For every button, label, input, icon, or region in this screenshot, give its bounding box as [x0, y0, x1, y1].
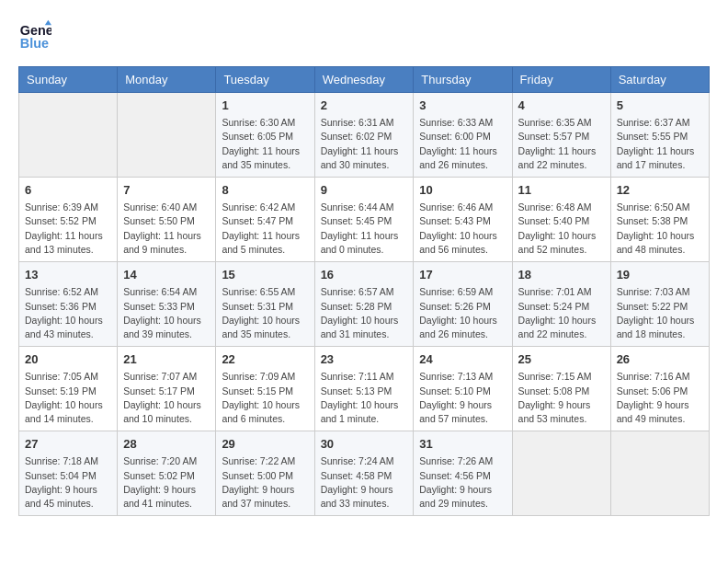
calendar-week-row: 20Sunrise: 7:05 AM Sunset: 5:19 PM Dayli… — [19, 347, 710, 431]
day-info: Sunrise: 6:59 AM Sunset: 5:26 PM Dayligh… — [419, 285, 506, 341]
day-info: Sunrise: 6:42 AM Sunset: 5:47 PM Dayligh… — [222, 201, 308, 257]
calendar-cell: 26Sunrise: 7:16 AM Sunset: 5:06 PM Dayli… — [610, 347, 709, 431]
day-info: Sunrise: 6:50 AM Sunset: 5:38 PM Dayligh… — [617, 201, 703, 257]
day-number: 18 — [518, 267, 605, 283]
day-info: Sunrise: 7:05 AM Sunset: 5:19 PM Dayligh… — [25, 370, 111, 426]
day-number: 28 — [123, 436, 210, 453]
day-number: 29 — [222, 436, 308, 453]
calendar-cell: 31Sunrise: 7:26 AM Sunset: 4:56 PM Dayli… — [414, 431, 512, 516]
calendar-week-row: 6Sunrise: 6:39 AM Sunset: 5:52 PM Daylig… — [19, 178, 710, 262]
calendar-cell: 17Sunrise: 6:59 AM Sunset: 5:26 PM Dayli… — [414, 262, 512, 347]
calendar-week-row: 13Sunrise: 6:52 AM Sunset: 5:36 PM Dayli… — [19, 262, 710, 347]
day-number: 17 — [419, 267, 506, 283]
day-info: Sunrise: 7:13 AM Sunset: 5:10 PM Dayligh… — [419, 370, 506, 426]
page-header: General Blue — [18, 18, 710, 52]
calendar-cell: 22Sunrise: 7:09 AM Sunset: 5:15 PM Dayli… — [216, 347, 314, 431]
weekday-header-monday: Monday — [118, 67, 216, 93]
day-info: Sunrise: 7:26 AM Sunset: 4:56 PM Dayligh… — [419, 454, 506, 511]
day-info: Sunrise: 6:57 AM Sunset: 5:28 PM Dayligh… — [321, 285, 408, 341]
calendar-header: SundayMondayTuesdayWednesdayThursdayFrid… — [19, 67, 710, 93]
day-info: Sunrise: 6:30 AM Sunset: 6:05 PM Dayligh… — [222, 116, 308, 172]
day-info: Sunrise: 6:55 AM Sunset: 5:31 PM Dayligh… — [222, 285, 308, 341]
calendar-cell: 13Sunrise: 6:52 AM Sunset: 5:36 PM Dayli… — [19, 262, 118, 347]
day-number: 21 — [123, 351, 210, 368]
day-info: Sunrise: 7:03 AM Sunset: 5:22 PM Dayligh… — [617, 285, 703, 341]
day-info: Sunrise: 6:33 AM Sunset: 6:00 PM Dayligh… — [419, 116, 506, 172]
day-number: 12 — [617, 182, 703, 199]
calendar-cell: 20Sunrise: 7:05 AM Sunset: 5:19 PM Dayli… — [19, 347, 118, 431]
svg-text:Blue: Blue — [20, 36, 49, 51]
day-info: Sunrise: 7:24 AM Sunset: 4:58 PM Dayligh… — [321, 454, 408, 511]
day-number: 6 — [25, 182, 111, 199]
calendar-cell: 24Sunrise: 7:13 AM Sunset: 5:10 PM Dayli… — [414, 347, 512, 431]
calendar-cell: 15Sunrise: 6:55 AM Sunset: 5:31 PM Dayli… — [216, 262, 314, 347]
calendar-cell: 14Sunrise: 6:54 AM Sunset: 5:33 PM Dayli… — [118, 262, 216, 347]
calendar-cell — [19, 93, 118, 178]
calendar-cell: 19Sunrise: 7:03 AM Sunset: 5:22 PM Dayli… — [610, 262, 709, 347]
day-info: Sunrise: 6:35 AM Sunset: 5:57 PM Dayligh… — [518, 116, 605, 172]
calendar-cell: 2Sunrise: 6:31 AM Sunset: 6:02 PM Daylig… — [314, 93, 414, 178]
day-info: Sunrise: 6:48 AM Sunset: 5:40 PM Dayligh… — [518, 201, 605, 257]
calendar-body: 1Sunrise: 6:30 AM Sunset: 6:05 PM Daylig… — [19, 93, 710, 516]
day-info: Sunrise: 6:39 AM Sunset: 5:52 PM Dayligh… — [25, 201, 111, 257]
day-number: 20 — [25, 351, 111, 368]
day-info: Sunrise: 7:11 AM Sunset: 5:13 PM Dayligh… — [321, 370, 408, 426]
day-number: 4 — [518, 98, 605, 114]
day-info: Sunrise: 6:40 AM Sunset: 5:50 PM Dayligh… — [123, 201, 210, 257]
day-number: 30 — [321, 436, 408, 453]
calendar-cell: 30Sunrise: 7:24 AM Sunset: 4:58 PM Dayli… — [314, 431, 414, 516]
weekday-header-wednesday: Wednesday — [314, 67, 414, 93]
calendar-cell: 18Sunrise: 7:01 AM Sunset: 5:24 PM Dayli… — [512, 262, 610, 347]
day-number: 10 — [419, 182, 506, 199]
calendar-week-row: 27Sunrise: 7:18 AM Sunset: 5:04 PM Dayli… — [19, 431, 710, 516]
logo: General Blue — [18, 18, 55, 52]
day-number: 27 — [25, 436, 111, 453]
day-number: 24 — [419, 351, 506, 368]
calendar-cell — [512, 431, 610, 516]
day-info: Sunrise: 6:31 AM Sunset: 6:02 PM Dayligh… — [321, 116, 408, 172]
day-info: Sunrise: 7:16 AM Sunset: 5:06 PM Dayligh… — [617, 370, 703, 426]
day-info: Sunrise: 7:09 AM Sunset: 5:15 PM Dayligh… — [222, 370, 308, 426]
day-info: Sunrise: 6:46 AM Sunset: 5:43 PM Dayligh… — [419, 201, 506, 257]
calendar-cell: 4Sunrise: 6:35 AM Sunset: 5:57 PM Daylig… — [512, 93, 610, 178]
day-number: 13 — [25, 267, 111, 283]
day-number: 26 — [617, 351, 703, 368]
day-number: 5 — [617, 98, 703, 114]
day-info: Sunrise: 6:44 AM Sunset: 5:45 PM Dayligh… — [321, 201, 408, 257]
calendar-cell: 9Sunrise: 6:44 AM Sunset: 5:45 PM Daylig… — [314, 178, 414, 262]
day-number: 7 — [123, 182, 210, 199]
calendar-cell: 3Sunrise: 6:33 AM Sunset: 6:00 PM Daylig… — [414, 93, 512, 178]
day-number: 11 — [518, 182, 605, 199]
weekday-header-sunday: Sunday — [19, 67, 118, 93]
day-info: Sunrise: 6:52 AM Sunset: 5:36 PM Dayligh… — [25, 285, 111, 341]
calendar-table: SundayMondayTuesdayWednesdayThursdayFrid… — [18, 66, 710, 516]
calendar-cell: 29Sunrise: 7:22 AM Sunset: 5:00 PM Dayli… — [216, 431, 314, 516]
day-number: 8 — [222, 182, 308, 199]
day-info: Sunrise: 7:18 AM Sunset: 5:04 PM Dayligh… — [25, 454, 111, 511]
day-number: 2 — [321, 98, 408, 114]
calendar-cell: 27Sunrise: 7:18 AM Sunset: 5:04 PM Dayli… — [19, 431, 118, 516]
day-number: 23 — [321, 351, 408, 368]
day-number: 9 — [321, 182, 408, 199]
calendar-cell: 5Sunrise: 6:37 AM Sunset: 5:55 PM Daylig… — [610, 93, 709, 178]
calendar-cell: 23Sunrise: 7:11 AM Sunset: 5:13 PM Dayli… — [314, 347, 414, 431]
logo-icon: General Blue — [18, 18, 51, 52]
weekday-header-friday: Friday — [512, 67, 610, 93]
weekday-header-thursday: Thursday — [414, 67, 512, 93]
weekday-header-tuesday: Tuesday — [216, 67, 314, 93]
day-number: 19 — [617, 267, 703, 283]
day-number: 25 — [518, 351, 605, 368]
calendar-cell: 28Sunrise: 7:20 AM Sunset: 5:02 PM Dayli… — [118, 431, 216, 516]
day-info: Sunrise: 7:07 AM Sunset: 5:17 PM Dayligh… — [123, 370, 210, 426]
day-info: Sunrise: 7:22 AM Sunset: 5:00 PM Dayligh… — [222, 454, 308, 511]
day-number: 14 — [123, 267, 210, 283]
calendar-cell: 12Sunrise: 6:50 AM Sunset: 5:38 PM Dayli… — [610, 178, 709, 262]
calendar-cell: 11Sunrise: 6:48 AM Sunset: 5:40 PM Dayli… — [512, 178, 610, 262]
calendar-cell: 21Sunrise: 7:07 AM Sunset: 5:17 PM Dayli… — [118, 347, 216, 431]
calendar-week-row: 1Sunrise: 6:30 AM Sunset: 6:05 PM Daylig… — [19, 93, 710, 178]
day-number: 16 — [321, 267, 408, 283]
calendar-cell — [118, 93, 216, 178]
day-info: Sunrise: 7:20 AM Sunset: 5:02 PM Dayligh… — [123, 454, 210, 511]
day-number: 31 — [419, 436, 506, 453]
calendar-cell: 1Sunrise: 6:30 AM Sunset: 6:05 PM Daylig… — [216, 93, 314, 178]
